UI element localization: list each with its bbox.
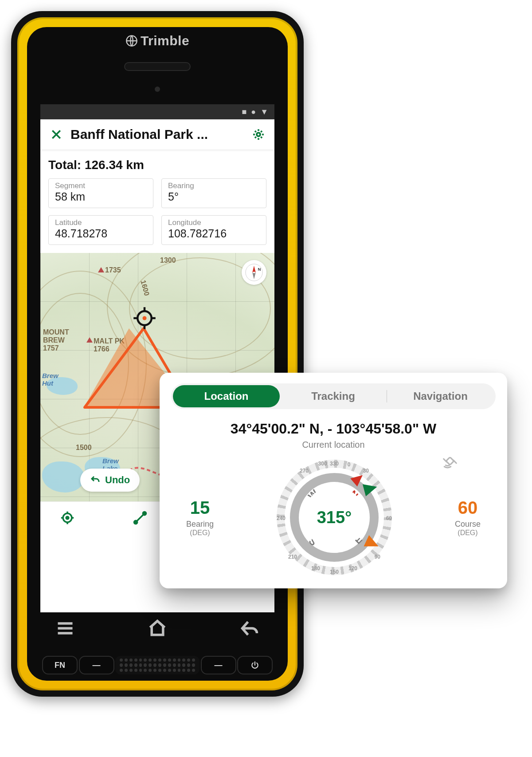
tab-location[interactable]: Location xyxy=(173,385,280,407)
back-icon xyxy=(240,619,259,638)
close-button[interactable] xyxy=(48,126,64,142)
longitude-label: Longitude xyxy=(168,218,260,227)
fn-button[interactable]: FN xyxy=(42,656,78,674)
hamburger-icon xyxy=(55,619,75,638)
map-label-1500: 1500 xyxy=(76,444,92,452)
svg-rect-13 xyxy=(446,457,454,465)
course-value: 60 xyxy=(455,498,481,518)
back-button[interactable] xyxy=(240,619,259,640)
coordinates-text: 34°45'00.2" N, - 103°45'58.0" W xyxy=(171,421,496,437)
map-reticle[interactable] xyxy=(133,306,156,332)
svg-point-10 xyxy=(66,516,69,519)
page-title: Banff National Park ... xyxy=(70,127,244,142)
map-label-mount-brew: MOUNT BREW 1757 xyxy=(43,328,69,352)
android-nav-bar xyxy=(38,619,277,640)
bearing-label: Bearing xyxy=(168,181,260,190)
satellite-status[interactable] xyxy=(442,453,458,471)
segment-label: Segment xyxy=(55,181,147,190)
device-brand: Trimble xyxy=(11,33,304,48)
course-unit: (DEG) xyxy=(455,529,481,537)
circle-icon: ● xyxy=(251,107,256,117)
compass-mini[interactable]: N xyxy=(242,260,266,285)
svg-point-11 xyxy=(134,520,137,524)
svg-point-4 xyxy=(143,316,147,320)
gear-icon xyxy=(252,128,265,141)
undo-icon xyxy=(90,475,101,485)
speaker-grille xyxy=(115,656,200,674)
course-label: Course xyxy=(455,520,481,529)
svg-text:N: N xyxy=(258,267,261,272)
line-icon xyxy=(133,510,148,525)
minus-button[interactable]: — xyxy=(79,656,114,674)
bearing-value: 5° xyxy=(168,190,260,203)
bearing-stat: 15 Bearing (DEG) xyxy=(186,498,214,537)
locate-button[interactable] xyxy=(60,510,75,527)
map-label-brew-hut: Brew Hut xyxy=(42,372,59,387)
triangle-down-icon: ▼ xyxy=(260,107,268,117)
home-button[interactable] xyxy=(148,619,167,640)
satellite-icon xyxy=(442,453,458,469)
android-statusbar: ■ ● ▼ xyxy=(40,104,274,119)
undo-label: Undo xyxy=(105,474,130,486)
location-tabs: Location Tracking Navigation xyxy=(171,383,496,409)
globe-icon xyxy=(125,35,138,47)
home-icon xyxy=(148,619,167,638)
metrics-grid: Segment 58 km Bearing 5° Latitude 48.718… xyxy=(40,176,274,253)
rugged-phone-shell: Trimble ■ ● ▼ Banff National Park ... To… xyxy=(11,11,304,697)
segment-value: 58 km xyxy=(55,190,147,203)
crosshair-icon xyxy=(133,306,156,330)
settings-button[interactable] xyxy=(250,126,266,142)
tab-tracking[interactable]: Tracking xyxy=(280,385,387,407)
longitude-value: 108.782716 xyxy=(168,227,260,240)
close-icon xyxy=(50,128,63,141)
location-card: Location Tracking Navigation 34°45'00.2"… xyxy=(160,373,507,588)
heading-value: 315° xyxy=(303,486,365,548)
front-camera xyxy=(155,87,160,92)
longitude-field[interactable]: Longitude 108.782716 xyxy=(161,215,266,245)
minus-button-2[interactable]: — xyxy=(201,656,236,674)
compass-icon: N xyxy=(245,263,263,282)
app-header: Banff National Park ... xyxy=(40,119,274,150)
latitude-field[interactable]: Latitude 48.718278 xyxy=(48,215,153,245)
coordinates-subtitle: Current location xyxy=(171,440,496,450)
compass-dial[interactable]: 330 300 270 240 210 180 150 120 90 60 30… xyxy=(277,460,392,575)
tab-navigation[interactable]: Navigation xyxy=(387,385,494,407)
latitude-value: 48.718278 xyxy=(55,227,147,240)
course-stat: 60 Course (DEG) xyxy=(455,498,481,537)
recent-apps-button[interactable] xyxy=(55,619,75,640)
segment-field[interactable]: Segment 58 km xyxy=(48,178,153,208)
bearing-unit: (DEG) xyxy=(186,529,214,537)
bearing-label: Bearing xyxy=(186,520,214,529)
latitude-label: Latitude xyxy=(55,218,147,227)
power-button[interactable] xyxy=(237,656,273,674)
total-distance: Total: 126.34 km xyxy=(40,150,274,176)
svg-point-12 xyxy=(143,512,146,515)
earpiece xyxy=(124,62,191,71)
line-tool-button[interactable] xyxy=(133,510,148,527)
undo-button[interactable]: Undo xyxy=(80,469,140,492)
svg-point-1 xyxy=(257,133,260,136)
bearing-value: 15 xyxy=(186,498,214,518)
bearing-field[interactable]: Bearing 5° xyxy=(161,178,266,208)
square-icon: ■ xyxy=(242,107,246,117)
hardware-button-row: FN — — xyxy=(11,656,304,674)
map-label-1735: 1735 xyxy=(105,266,121,274)
peak-icon xyxy=(98,267,104,272)
compass-row: 15 Bearing (DEG) 330 300 270 240 210 180… xyxy=(171,460,496,575)
locate-icon xyxy=(60,510,75,525)
map-label-1300: 1300 xyxy=(160,256,176,264)
power-icon xyxy=(250,661,259,670)
